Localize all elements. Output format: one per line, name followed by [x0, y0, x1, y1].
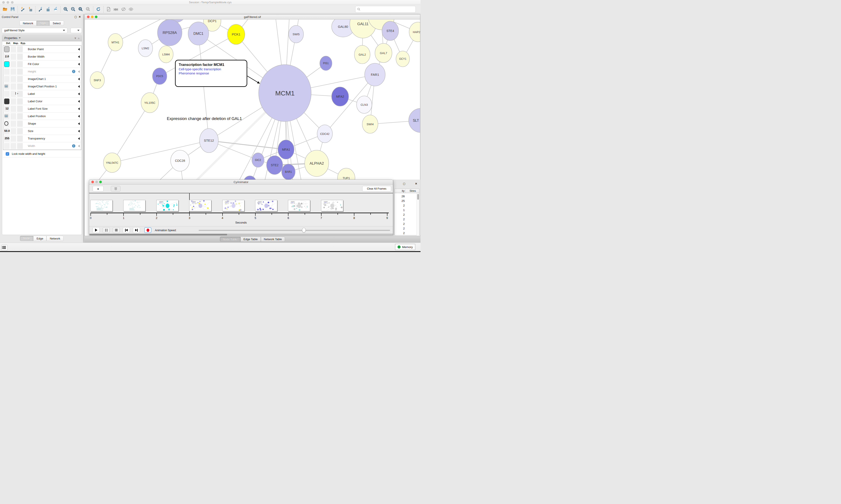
save-session-button[interactable] [9, 6, 16, 13]
property-row-height[interactable]: Heighti [3, 68, 81, 75]
add-frame-button[interactable]: + [93, 186, 104, 192]
expand-row-icon[interactable] [78, 55, 80, 58]
style-options-button[interactable] [71, 28, 82, 33]
clear-all-frames-button[interactable]: Clear All Frames [362, 186, 391, 192]
position-icon[interactable] [5, 85, 8, 88]
zoom-in-button[interactable] [62, 6, 69, 13]
frame-thumbnail-4[interactable] [222, 200, 245, 211]
first-neighbors-button[interactable] [112, 6, 120, 13]
info-icon[interactable]: i [72, 144, 75, 147]
table-scrollbar-thumb[interactable] [417, 194, 419, 200]
search-input[interactable] [355, 6, 416, 13]
expand-row-icon[interactable] [78, 85, 80, 88]
property-row-label[interactable]: ⋮›Label [3, 90, 81, 98]
expand-row-icon[interactable] [78, 145, 80, 147]
tab-network[interactable]: Network [19, 21, 37, 26]
browser-tab-node[interactable]: Node [20, 236, 33, 241]
record-button[interactable] [144, 227, 151, 233]
frame-thumbnail-3[interactable] [189, 200, 211, 211]
default-swatch[interactable] [4, 98, 10, 104]
clone-network-button[interactable] [105, 6, 112, 13]
open-session-button[interactable] [1, 6, 9, 13]
property-row-border-paint[interactable]: Border Paint [3, 46, 81, 53]
table-tab-edge-table[interactable]: Edge Table [240, 237, 261, 242]
default-value[interactable]: 12 [4, 107, 10, 110]
table-tab-node-table[interactable]: Node Table [220, 237, 240, 242]
property-row-label-font-size[interactable]: 12Label Font Size [3, 105, 81, 112]
show-all-button[interactable] [127, 6, 135, 13]
close-panel-icon[interactable]: ✕ [415, 182, 417, 185]
default-swatch[interactable] [4, 47, 10, 52]
property-row-image-chart-1[interactable]: Image/Chart 1 [3, 75, 81, 83]
position-icon[interactable] [5, 114, 8, 118]
animation-speed-slider[interactable] [199, 230, 390, 231]
column-ity[interactable]: ity [395, 190, 405, 193]
table-cell-ity[interactable]: 2 [395, 204, 405, 207]
property-row-label-position[interactable]: Label Position [3, 112, 81, 120]
zoom-out-button[interactable] [69, 6, 77, 13]
default-value[interactable]: 2.0 [4, 55, 10, 58]
expand-row-icon[interactable] [78, 78, 80, 80]
close-panel-icon[interactable]: ✕ [78, 15, 81, 18]
pause-button[interactable] [103, 227, 110, 233]
animation-timeline[interactable]: Seconds 0123456789 [89, 193, 393, 226]
export-network-button[interactable] [37, 6, 44, 13]
timeline-scrollbar[interactable] [89, 234, 393, 236]
browser-tab-edge[interactable]: Edge [33, 236, 47, 241]
frame-thumbnail-6[interactable] [288, 200, 310, 211]
property-row-label-color[interactable]: Label Color [3, 98, 81, 105]
collapse-all-icon[interactable]: ⩓ [78, 36, 79, 40]
tab-select[interactable]: Select [50, 21, 64, 26]
timeline-scrollbar-thumb[interactable] [90, 234, 227, 235]
expand-all-icon[interactable]: ⩔ [74, 36, 76, 40]
tab-style[interactable]: Style [37, 21, 50, 26]
ellipse-shape-icon[interactable] [4, 121, 8, 126]
annotation-link-1[interactable]: Cell-type-specific transcription [179, 68, 244, 71]
frame-thumbnail-1[interactable] [123, 200, 145, 211]
expand-row-icon[interactable] [78, 108, 80, 110]
property-row-border-width[interactable]: 2.0Border Width [3, 53, 81, 60]
annotation-link-2[interactable]: Pheromone response [179, 72, 244, 75]
zoom-selected-button[interactable] [84, 6, 92, 13]
memory-button[interactable]: Memory [395, 244, 415, 250]
table-cell-ity[interactable]: 26 [395, 195, 405, 198]
default-swatch[interactable] [4, 61, 10, 67]
expand-row-icon[interactable] [78, 137, 80, 140]
import-network-button[interactable] [19, 6, 26, 13]
browser-tab-network[interactable]: Network [47, 236, 64, 241]
play-button[interactable] [93, 227, 100, 233]
next-frame-button[interactable] [133, 227, 140, 233]
info-icon[interactable]: i [72, 70, 75, 73]
frame-thumbnail-2[interactable] [156, 200, 179, 211]
property-row-width[interactable]: Widthi [3, 142, 81, 150]
import-table-button[interactable] [26, 6, 34, 13]
property-row-shape[interactable]: Shape [3, 120, 81, 127]
node-table[interactable]: ity Stres 26252122222 [394, 189, 419, 235]
zoom-fit-button[interactable] [77, 6, 84, 13]
hide-selected-button[interactable] [120, 6, 127, 13]
expand-row-icon[interactable] [78, 70, 80, 73]
float-panel-icon[interactable]: ▢ [403, 182, 406, 185]
column-stress[interactable]: Stres [410, 190, 416, 193]
animation-speed-thumb[interactable] [302, 228, 306, 233]
lock-size-checkbox[interactable]: ✓ [6, 152, 9, 156]
property-row-image-chart-position-1[interactable]: Image/Chart Position 1 [3, 83, 81, 90]
table-cell-ity[interactable]: 2 [395, 231, 405, 235]
stop-button[interactable] [113, 227, 120, 233]
property-row-fill-color[interactable]: Fill Color [3, 60, 81, 68]
task-history-button[interactable] [1, 245, 7, 250]
refresh-layout-button[interactable] [95, 6, 102, 13]
expand-row-icon[interactable] [78, 93, 80, 95]
properties-header[interactable]: Properties ⩔ ⩓ [2, 35, 82, 41]
mcm1-annotation[interactable]: Transcription factor MCM1 Cell-type-spec… [175, 60, 247, 87]
table-scrollbar[interactable] [416, 193, 419, 235]
cyanimator-titlebar[interactable]: CyAnimator [89, 180, 393, 184]
frame-thumbnail-7[interactable] [321, 200, 343, 211]
export-image-button[interactable] [52, 6, 59, 13]
mapping-icon[interactable]: ⋮› [14, 92, 18, 95]
table-cell-ity[interactable]: 2 [395, 218, 405, 221]
table-cell-ity[interactable]: 2 [395, 222, 405, 226]
node-table-header[interactable]: ity Stres [395, 189, 419, 193]
float-panel-icon[interactable]: ▢ [74, 15, 77, 18]
default-value[interactable]: 50.0 [4, 129, 10, 132]
